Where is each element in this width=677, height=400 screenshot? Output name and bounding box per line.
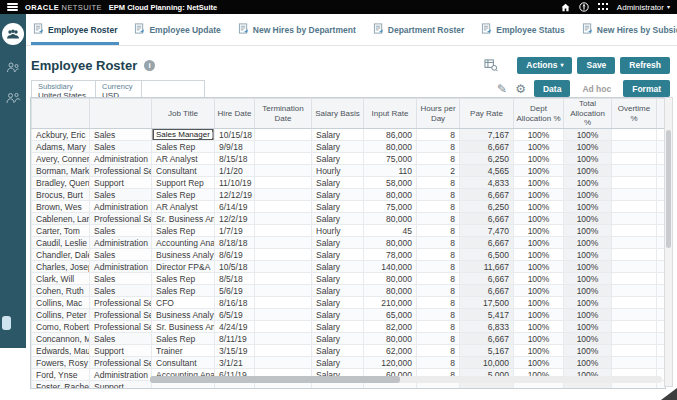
cell-input[interactable]: 78,000 (364, 249, 417, 261)
cell-hire[interactable]: 9/9/18 (215, 141, 255, 153)
row-header-dept[interactable]: Sales (90, 273, 152, 285)
cell-dalloc[interactable]: 100% (514, 201, 564, 213)
cell-input[interactable]: 75,000 (364, 153, 417, 165)
cell-basis[interactable]: Salary (312, 261, 364, 273)
cell-dalloc[interactable]: 100% (514, 273, 564, 285)
cell-term[interactable] (255, 177, 312, 189)
vertical-scrollbar-thumb[interactable] (666, 130, 671, 248)
cell-term[interactable] (255, 225, 312, 237)
cell-talloc[interactable]: 100% (564, 249, 612, 261)
cell-job[interactable]: Consultant (152, 357, 215, 369)
cell-job[interactable]: Sales Rep (152, 141, 215, 153)
cell-pay[interactable]: 6,667 (460, 189, 514, 201)
cell-input[interactable]: 80,000 (364, 189, 417, 201)
cell-input[interactable]: 80,000 (364, 273, 417, 285)
sidebar-scroll-indicator[interactable] (2, 316, 11, 330)
cell-hours[interactable]: 8 (417, 273, 460, 285)
cell-hire[interactable]: 3/1/21 (215, 357, 255, 369)
cell-talloc[interactable]: 100% (564, 309, 612, 321)
cell-pay[interactable]: 6,667 (460, 333, 514, 345)
cell-dalloc[interactable]: 100% (514, 333, 564, 345)
cell-ot[interactable] (612, 285, 657, 297)
row-header-dept[interactable]: Administration (90, 201, 152, 213)
cell-dalloc[interactable]: 100% (514, 225, 564, 237)
cell-talloc[interactable]: 100% (564, 165, 612, 177)
cell-basis[interactable]: Salary (312, 357, 364, 369)
cell-input[interactable]: 120,000 (364, 357, 417, 369)
cell-hours[interactable]: 8 (417, 357, 460, 369)
row-header-name[interactable]: Borman, Mark (32, 165, 90, 177)
cell-basis[interactable]: Salary (312, 333, 364, 345)
app-logo-people-icon[interactable] (2, 23, 24, 45)
cell-dalloc[interactable]: 100% (514, 297, 564, 309)
row-header-dept[interactable]: Professional Services (90, 309, 152, 321)
cell-hours[interactable]: 8 (417, 237, 460, 249)
row-header-dept[interactable]: Sales (90, 285, 152, 297)
cell-job[interactable]: AR Analyst (152, 153, 215, 165)
row-header-name[interactable]: Cablenen, Larry (32, 213, 90, 225)
cell-ot[interactable] (612, 249, 657, 261)
cell-pay[interactable]: 10,000 (460, 357, 514, 369)
cell-input[interactable]: 80,000 (364, 333, 417, 345)
cell-hours[interactable]: 8 (417, 201, 460, 213)
row-header-name[interactable]: Collins, Peter (32, 309, 90, 321)
cell-input[interactable]: 80,000 (364, 237, 417, 249)
cell-pay[interactable]: 6,250 (460, 153, 514, 165)
row-header-dept[interactable]: Administration (90, 369, 152, 381)
cell-ot[interactable] (612, 177, 657, 189)
column-header-termination-date[interactable]: Termination Date (255, 99, 312, 129)
cell-hire[interactable]: 5/6/19 (215, 285, 255, 297)
cell-ot[interactable] (612, 141, 657, 153)
cell-term[interactable] (255, 333, 312, 345)
cell-hire[interactable]: 1/7/19 (215, 225, 255, 237)
cell-hours[interactable]: 8 (417, 141, 460, 153)
row-header-name[interactable]: Fowers, Rosy (32, 357, 90, 369)
row-header-dept[interactable]: Professional Services (90, 165, 152, 177)
row-header-name[interactable]: Collins, Mac (32, 297, 90, 309)
row-header-dept[interactable]: Sales (90, 189, 152, 201)
cell-input[interactable]: 80,000 (364, 285, 417, 297)
cell-dalloc[interactable]: 100% (514, 345, 564, 357)
cell-hire[interactable]: 4/24/19 (215, 321, 255, 333)
column-header-dept-allocation[interactable]: Dept Allocation % (514, 99, 564, 129)
column-header-pay-rate[interactable]: Pay Rate (460, 99, 514, 129)
cell-ot[interactable] (612, 309, 657, 321)
cell-job[interactable]: CFO (152, 297, 215, 309)
tab-new-hires-by-subsidiary[interactable]: New Hires by Subsidiary (582, 14, 677, 45)
cell-ot[interactable] (612, 213, 657, 225)
cell-talloc[interactable]: 100% (564, 273, 612, 285)
row-header-name[interactable]: Ford, Ynse (32, 369, 90, 381)
cell-basis[interactable]: Salary (312, 141, 364, 153)
cell-term[interactable] (255, 237, 312, 249)
row-header-name[interactable]: Carter, Tom (32, 225, 90, 237)
column-header-salary-basis[interactable]: Salary Basis (312, 99, 364, 129)
cell-pay[interactable]: 6,667 (460, 141, 514, 153)
cell-ot[interactable] (612, 189, 657, 201)
cell-talloc[interactable]: 100% (564, 177, 612, 189)
cell-basis[interactable]: Salary (312, 273, 364, 285)
cell-hours[interactable]: 8 (417, 249, 460, 261)
row-header-name[interactable]: Ackbury, Eric (32, 129, 90, 141)
cell-dalloc[interactable]: 100% (514, 129, 564, 141)
cell-hours[interactable]: 8 (417, 177, 460, 189)
vertical-scrollbar[interactable] (664, 97, 673, 387)
cell-hours[interactable]: 8 (417, 225, 460, 237)
actions-button[interactable]: Actions ▾ (517, 57, 572, 74)
cell-talloc[interactable]: 100% (564, 225, 612, 237)
cell-ot[interactable] (612, 273, 657, 285)
cell-talloc[interactable]: 100% (564, 201, 612, 213)
cell-talloc[interactable]: 100% (564, 153, 612, 165)
cell-job[interactable]: Business Analyst (152, 309, 215, 321)
row-header-name[interactable]: Charles, Joseph (32, 261, 90, 273)
cell-hours[interactable]: 8 (417, 129, 460, 141)
cell-job[interactable]: Sales Rep (152, 189, 215, 201)
cell-ot[interactable] (612, 321, 657, 333)
cell-pay[interactable]: 6,833 (460, 321, 514, 333)
cell-job[interactable]: Sales Rep (152, 273, 215, 285)
column-header-hours-per-day[interactable]: Hours per Day (417, 99, 460, 129)
cell-job[interactable]: Sales Manager▼ (152, 129, 215, 141)
cell-term[interactable] (255, 345, 312, 357)
cell-basis[interactable]: Salary (312, 237, 364, 249)
row-header-dept[interactable]: Professional Services (90, 297, 152, 309)
horizontal-scrollbar[interactable] (150, 376, 662, 383)
